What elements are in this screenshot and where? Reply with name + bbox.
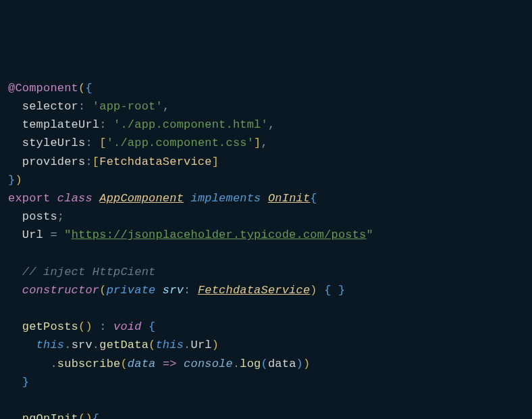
code-line: constructor(private srv: FetchdataServic… [8, 281, 524, 299]
code-line [8, 391, 524, 410]
code-line: .subscribe(data => console.log(data)) [8, 355, 524, 373]
code-line [8, 244, 524, 262]
code-line: templateUrl: './app.component.html', [8, 116, 524, 134]
comment: // inject HttpCient [22, 266, 156, 278]
code-line: getPosts() : void { [8, 318, 524, 336]
code-line: styleUrls: ['./app.component.css'], [8, 134, 524, 152]
code-line: this.srv.getData(this.Url) [8, 336, 524, 354]
code-line: export class AppComponent implements OnI… [8, 189, 524, 207]
code-editor[interactable]: @Component({ selector: 'app-root', templ… [8, 79, 524, 419]
code-line: @Component({ [8, 79, 524, 97]
interface-name: OnInit [268, 192, 310, 205]
code-line: Url = "https://jsonplaceholder.typicode.… [8, 226, 524, 244]
code-line: } [8, 373, 524, 391]
code-line: ngOnInit(){ [8, 410, 524, 419]
code-line: providers:[FetchdataService] [8, 153, 524, 171]
class-name: AppComponent [99, 192, 184, 205]
code-line: }) [8, 171, 524, 189]
decorator: @Component [8, 82, 78, 95]
code-line [8, 299, 524, 318]
code-line: selector: 'app-root', [8, 97, 524, 116]
code-line: // inject HttpCient [8, 263, 524, 281]
url-string: https://jsonplaceholder.typicode.com/pos… [72, 228, 367, 241]
code-line: posts; [8, 207, 524, 226]
